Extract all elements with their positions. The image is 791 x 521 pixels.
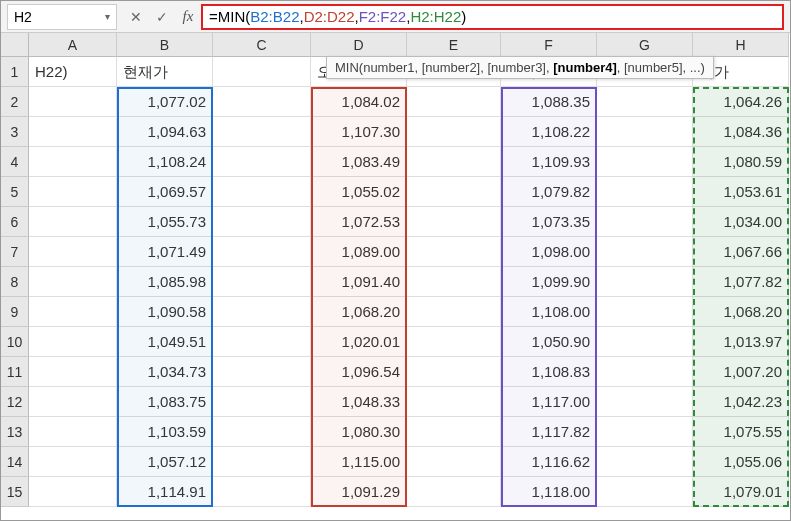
cell[interactable]: 1,049.51	[117, 327, 213, 357]
cell[interactable]: 1,064.26	[693, 87, 789, 117]
cell[interactable]: 1,090.58	[117, 297, 213, 327]
cell[interactable]: 1,079.82	[501, 177, 597, 207]
cell[interactable]: 1,088.35	[501, 87, 597, 117]
cell[interactable]	[597, 477, 693, 507]
column-header-g[interactable]: G	[597, 33, 693, 57]
cell[interactable]	[213, 147, 311, 177]
cell[interactable]: H22)	[29, 57, 117, 87]
cell[interactable]	[213, 117, 311, 147]
cell[interactable]	[213, 237, 311, 267]
grid-body[interactable]: H22)현재가오픈고가저가1,077.021,084.021,088.351,0…	[29, 57, 790, 507]
cell[interactable]: 1,075.55	[693, 417, 789, 447]
cell[interactable]	[29, 207, 117, 237]
cell[interactable]: 1,098.00	[501, 237, 597, 267]
cell[interactable]	[213, 297, 311, 327]
row-header[interactable]: 14	[1, 447, 29, 477]
column-header-d[interactable]: D	[311, 33, 407, 57]
cell[interactable]: 1,115.00	[311, 447, 407, 477]
cell[interactable]: 1,117.82	[501, 417, 597, 447]
cell[interactable]: 1,108.22	[501, 117, 597, 147]
cell[interactable]	[597, 387, 693, 417]
cell[interactable]	[29, 237, 117, 267]
cell[interactable]	[213, 357, 311, 387]
row-header[interactable]: 6	[1, 207, 29, 237]
cell[interactable]	[213, 477, 311, 507]
cell[interactable]: 1,068.20	[311, 297, 407, 327]
cell[interactable]: 1,050.90	[501, 327, 597, 357]
cell[interactable]	[597, 117, 693, 147]
cell[interactable]	[597, 147, 693, 177]
formula-input[interactable]: =MIN(B2:B22,D2:D22,F2:F22,H2:H22)	[201, 4, 784, 30]
cell[interactable]	[213, 177, 311, 207]
fx-icon[interactable]: fx	[175, 8, 201, 25]
cell[interactable]: 1,069.57	[117, 177, 213, 207]
cell[interactable]	[407, 297, 501, 327]
row-header[interactable]: 1	[1, 57, 29, 87]
cell[interactable]	[597, 327, 693, 357]
cell[interactable]: 1,091.29	[311, 477, 407, 507]
cell[interactable]	[213, 207, 311, 237]
cell[interactable]: 1,116.62	[501, 447, 597, 477]
cell[interactable]	[597, 417, 693, 447]
cell[interactable]	[213, 387, 311, 417]
cell[interactable]	[597, 267, 693, 297]
cell[interactable]: 1,096.54	[311, 357, 407, 387]
cell[interactable]	[407, 357, 501, 387]
row-header[interactable]: 7	[1, 237, 29, 267]
cell[interactable]: 1,109.93	[501, 147, 597, 177]
cell[interactable]: 1,094.63	[117, 117, 213, 147]
cell[interactable]	[29, 267, 117, 297]
cell[interactable]: 1,042.23	[693, 387, 789, 417]
cell[interactable]	[29, 117, 117, 147]
cell[interactable]	[597, 87, 693, 117]
column-header-c[interactable]: C	[213, 33, 311, 57]
cell[interactable]	[407, 177, 501, 207]
cell[interactable]: 1,007.20	[693, 357, 789, 387]
cell[interactable]	[29, 147, 117, 177]
cell[interactable]: 1,072.53	[311, 207, 407, 237]
cell[interactable]	[29, 447, 117, 477]
cell[interactable]	[29, 327, 117, 357]
row-header[interactable]: 10	[1, 327, 29, 357]
cell[interactable]: 1,055.06	[693, 447, 789, 477]
cell[interactable]	[407, 387, 501, 417]
cell[interactable]: 1,084.36	[693, 117, 789, 147]
cell[interactable]	[407, 117, 501, 147]
cell[interactable]	[407, 237, 501, 267]
cell[interactable]	[407, 417, 501, 447]
enter-icon[interactable]: ✓	[149, 4, 175, 30]
cell[interactable]	[213, 57, 311, 87]
cell[interactable]: 1,085.98	[117, 267, 213, 297]
row-header[interactable]: 9	[1, 297, 29, 327]
cell[interactable]	[29, 417, 117, 447]
cell[interactable]: 1,083.75	[117, 387, 213, 417]
cell[interactable]	[597, 237, 693, 267]
row-header[interactable]: 3	[1, 117, 29, 147]
cell[interactable]: 1,034.00	[693, 207, 789, 237]
cell[interactable]	[213, 87, 311, 117]
cancel-icon[interactable]: ✕	[123, 4, 149, 30]
cell[interactable]	[213, 267, 311, 297]
cell[interactable]: 1,057.12	[117, 447, 213, 477]
cell[interactable]: 1,079.01	[693, 477, 789, 507]
cell[interactable]: 1,080.59	[693, 147, 789, 177]
cell[interactable]	[29, 477, 117, 507]
cell[interactable]: 1,114.91	[117, 477, 213, 507]
column-header-h[interactable]: H	[693, 33, 789, 57]
cell[interactable]: 1,091.40	[311, 267, 407, 297]
cell[interactable]	[29, 297, 117, 327]
cell[interactable]	[597, 297, 693, 327]
cell[interactable]	[597, 357, 693, 387]
cell[interactable]	[407, 477, 501, 507]
cell[interactable]	[597, 177, 693, 207]
row-header[interactable]: 11	[1, 357, 29, 387]
cell[interactable]: 1,099.90	[501, 267, 597, 297]
cell[interactable]	[407, 87, 501, 117]
cell[interactable]: 1,053.61	[693, 177, 789, 207]
row-header[interactable]: 12	[1, 387, 29, 417]
cell[interactable]: 1,020.01	[311, 327, 407, 357]
cell[interactable]: 1,103.59	[117, 417, 213, 447]
cell[interactable]	[407, 267, 501, 297]
cell[interactable]	[29, 357, 117, 387]
cell[interactable]: 1,067.66	[693, 237, 789, 267]
